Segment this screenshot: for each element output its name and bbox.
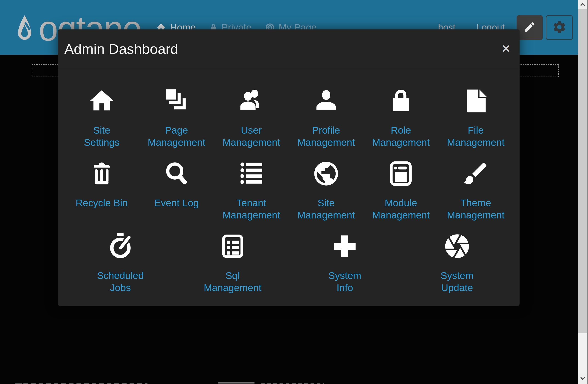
admin-tile-site-management[interactable]: SiteManagement	[289, 158, 364, 221]
admin-tile-sql-management[interactable]: SqlManagement	[177, 231, 289, 294]
brush-icon	[438, 158, 513, 189]
globe-icon	[289, 158, 364, 189]
admin-tiles-grid: SiteSettingsPageManagementUserManagement…	[58, 68, 520, 294]
pencil-icon	[523, 21, 536, 34]
plus-icon	[289, 231, 401, 262]
admin-tile-system-info[interactable]: SystemInfo	[289, 231, 401, 294]
aperture-icon	[401, 231, 513, 262]
scrollbar-thumb[interactable]	[578, 9, 587, 333]
users-icon	[214, 86, 289, 116]
admin-tile-row: ScheduledJobsSqlManagementSystemInfoSyst…	[64, 231, 513, 294]
admin-tile-row: SiteSettingsPageManagementUserManagement…	[64, 86, 513, 149]
admin-tile-label: FileManagement	[438, 124, 513, 149]
admin-tile-label: SiteManagement	[289, 197, 364, 221]
admin-tile-row: Recycle BinEvent LogTenantManagementSite…	[64, 158, 513, 221]
admin-tile-site-settings[interactable]: SiteSettings	[64, 86, 139, 149]
admin-tile-label: SqlManagement	[177, 270, 289, 294]
admin-tile-scheduled-jobs[interactable]: ScheduledJobs	[64, 231, 177, 294]
clipped-footer-content	[23, 383, 147, 384]
clipped-footer-content	[218, 382, 254, 384]
clipped-footer-content	[15, 383, 21, 384]
pages-icon	[139, 86, 214, 116]
list-icon	[214, 158, 289, 189]
admin-tile-role-management[interactable]: RoleManagement	[364, 86, 439, 149]
home-icon	[64, 86, 139, 116]
admin-tile-module-management[interactable]: ModuleManagement	[364, 158, 439, 221]
file-icon	[438, 86, 513, 116]
admin-tile-theme-management[interactable]: ThemeManagement	[438, 158, 513, 221]
modal-header: Admin Dashboard ✕	[58, 29, 520, 68]
window-icon	[364, 158, 439, 189]
scroll-down-button[interactable]	[578, 374, 587, 384]
chevron-up-icon	[579, 1, 586, 8]
modal-title: Admin Dashboard	[64, 41, 178, 57]
admin-tile-label: ModuleManagement	[364, 197, 439, 221]
admin-tile-label: UserManagement	[214, 124, 289, 149]
admin-tile-label: SystemUpdate	[401, 270, 513, 294]
table-icon	[177, 231, 289, 262]
close-icon[interactable]: ✕	[499, 42, 513, 55]
admin-tile-label: SiteSettings	[64, 124, 139, 149]
edit-mode-button[interactable]	[517, 15, 543, 40]
admin-tile-recycle-bin[interactable]: Recycle Bin	[64, 158, 139, 221]
admin-tile-profile-management[interactable]: ProfileManagement	[289, 86, 364, 149]
settings-button[interactable]	[546, 15, 573, 40]
admin-tile-label: ProfileManagement	[289, 124, 364, 149]
admin-tile-system-update[interactable]: SystemUpdate	[401, 231, 513, 294]
admin-tile-label: ScheduledJobs	[64, 270, 177, 294]
admin-tile-label: TenantManagement	[214, 197, 289, 221]
admin-tile-file-management[interactable]: FileManagement	[438, 86, 513, 149]
admin-tile-label: PageManagement	[139, 124, 214, 149]
admin-tile-label: SystemInfo	[289, 270, 401, 294]
admin-tile-label: ThemeManagement	[438, 197, 513, 221]
water-drop-icon	[16, 15, 34, 45]
admin-tile-tenant-management[interactable]: TenantManagement	[214, 158, 289, 221]
chevron-down-icon	[579, 376, 586, 382]
timer-icon	[64, 231, 177, 262]
scroll-up-button[interactable]	[578, 0, 587, 9]
clipped-footer-content	[261, 383, 324, 384]
gear-icon	[552, 20, 567, 35]
search-icon	[139, 158, 214, 189]
admin-tile-event-log[interactable]: Event Log	[139, 158, 214, 221]
page-scrollbar[interactable]	[578, 0, 588, 384]
lock-icon	[364, 86, 439, 116]
admin-tile-label: Recycle Bin	[64, 197, 139, 209]
admin-tile-user-management[interactable]: UserManagement	[214, 86, 289, 149]
admin-dashboard-modal: Admin Dashboard ✕ SiteSettingsPageManage…	[58, 29, 520, 306]
trash-icon	[64, 158, 139, 189]
admin-tile-page-management[interactable]: PageManagement	[139, 86, 214, 149]
admin-tile-label: RoleManagement	[364, 124, 439, 149]
admin-tile-label: Event Log	[139, 197, 214, 209]
person-icon	[289, 86, 364, 116]
